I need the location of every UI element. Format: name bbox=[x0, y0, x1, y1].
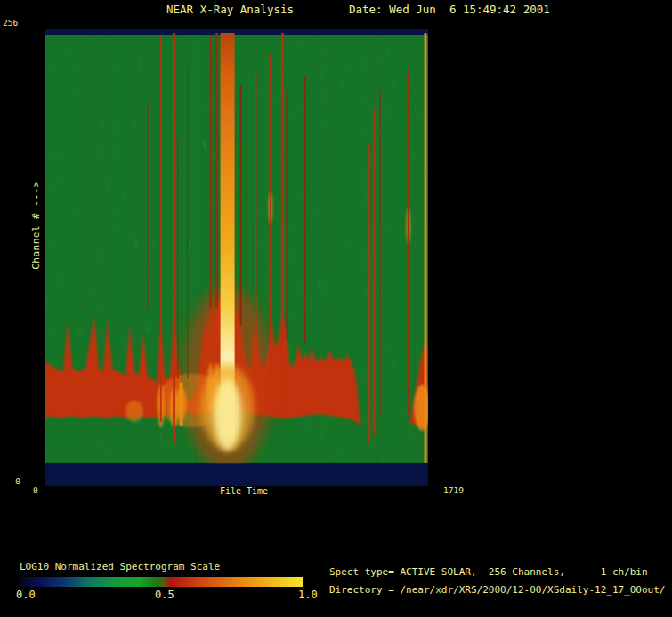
colorbar-title: LOG10 Normalized Spectrogram Scale bbox=[20, 562, 220, 572]
colorbar-gradient bbox=[20, 577, 303, 587]
x-axis-max-tick: 1719 bbox=[443, 486, 464, 495]
x-axis-title: File Time bbox=[215, 486, 272, 496]
xray-analysis-window: { "header": { "title": "NEAR X-Ray Analy… bbox=[0, 0, 672, 617]
colorbar-tick-05: 0.5 bbox=[155, 589, 174, 601]
y-axis-min-tick: 0 bbox=[10, 477, 20, 486]
y-axis-max-tick: 256 bbox=[3, 19, 18, 28]
spect-type-info: Spect type= ACTIVE SOLAR, 256 Channels, … bbox=[329, 567, 648, 578]
directory-info: Directory = /near/xdr/XRS/2000/12-00/XSd… bbox=[329, 585, 666, 596]
y-axis-title: Channel # ---> bbox=[31, 181, 42, 270]
colorbar-tick-1: 1.0 bbox=[298, 589, 318, 601]
spectrogram-plot bbox=[45, 29, 428, 486]
x-axis-min-tick: 0 bbox=[33, 486, 38, 495]
date-label: Date: Wed Jun 6 15:49:42 2001 bbox=[349, 4, 550, 16]
page-title: NEAR X-Ray Analysis bbox=[166, 4, 294, 16]
colorbar-tick-0: 0.0 bbox=[16, 589, 36, 601]
